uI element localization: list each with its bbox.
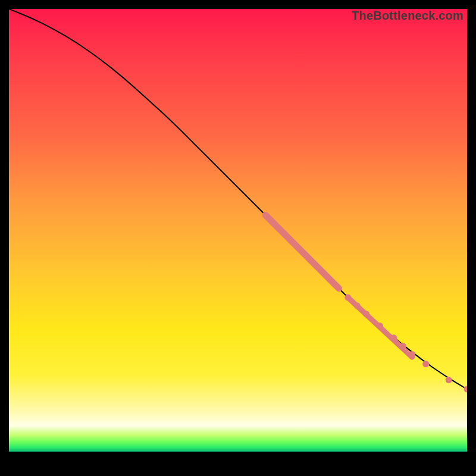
watermark-text: TheBottleneck.com xyxy=(352,9,464,23)
chart-svg xyxy=(9,9,467,467)
marker-dense-segment xyxy=(265,215,339,289)
marker-dot xyxy=(390,334,397,341)
chart-plot-area: TheBottleneck.com xyxy=(9,9,467,467)
marker-dot xyxy=(377,322,383,329)
marker-dot xyxy=(464,386,468,393)
marker-dot xyxy=(409,351,415,358)
marker-dot xyxy=(422,361,429,367)
chart-stage: TheBottleneck.com xyxy=(0,0,476,476)
marker-dot xyxy=(345,295,351,301)
marker-sparse-segment xyxy=(348,298,412,357)
marker-dot xyxy=(400,343,406,349)
marker-dot xyxy=(446,377,452,383)
series-markers xyxy=(265,215,467,393)
series-curve xyxy=(9,9,467,389)
marker-dot xyxy=(354,302,361,309)
marker-dot xyxy=(363,311,369,317)
